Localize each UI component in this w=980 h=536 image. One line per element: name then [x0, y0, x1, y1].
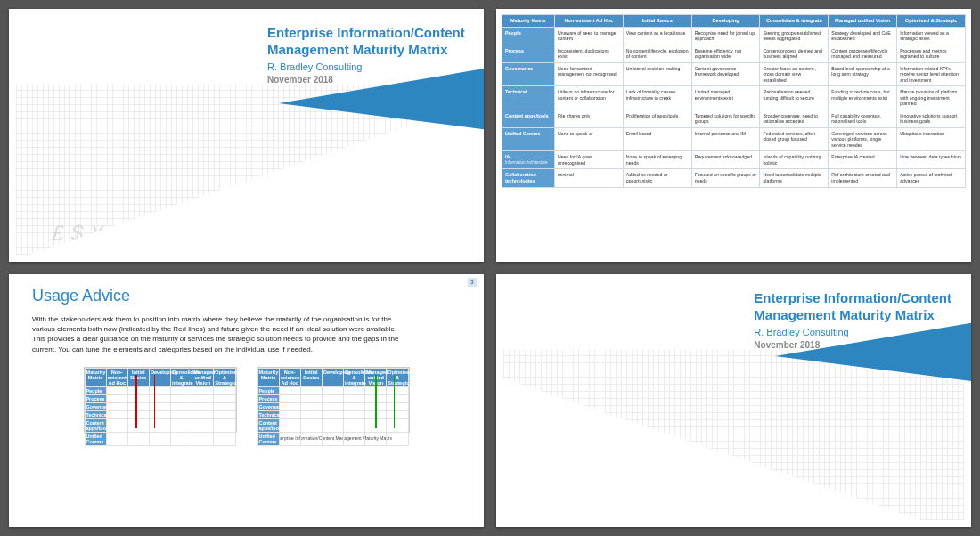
matrix-cell: Mature provision of platform with ongoin…	[897, 86, 966, 110]
matrix-col-header: Initial Basics	[623, 15, 691, 28]
table-row: TechnicalLittle or no infrastructure for…	[502, 86, 966, 110]
matrix-cell: Processes and metrics ingrained to cultu…	[897, 45, 966, 62]
hero-title: Enterprise Information/Content Managemen…	[267, 25, 465, 86]
hero-subtitle: R. Bradley Consulting	[754, 327, 951, 339]
hero-title-l2: Management Maturity Matrix	[754, 307, 935, 322]
matrix-cell: Internal presence and IM	[691, 127, 760, 151]
matrix-cell: Need to consolidate multiple platforms	[760, 169, 829, 188]
hero-date: November 2018	[754, 340, 951, 352]
maturity-matrix-table: Maturity MatrixNon-existent Ad HocInitia…	[502, 14, 966, 188]
table-row: IAInformation ArchitectureNeed for IA go…	[502, 151, 966, 169]
matrix-cell: Inconsistent, duplications exist	[555, 45, 624, 62]
matrix-cell: Proliferation of apps/tools	[623, 110, 691, 127]
matrix-col-header: Optimised & Strategic	[897, 15, 966, 28]
matrix-cell: Broader coverage, need to rationalise ac…	[760, 110, 829, 127]
matrix-col-header: Non-existent Ad Hoc	[555, 15, 624, 28]
matrix-cell: Recognise need for joined up approach	[691, 27, 760, 45]
matrix-cell: Need for IA goes unrecognised	[555, 151, 624, 169]
advice-title: Usage Advice	[32, 287, 461, 305]
matrix-cell: Focused on specific groups or needs	[691, 169, 760, 188]
table-row: PeopleUnaware of need to manage contentV…	[502, 27, 966, 45]
matrix-cell: Information viewed as a strategic asset	[897, 27, 966, 45]
matrix-cell: Requirement acknowledged	[691, 151, 760, 169]
matrix-cell: Federated services, often closed group f…	[760, 127, 829, 151]
hero-title-l1: Enterprise Information/Content	[754, 290, 951, 305]
matrix-cell: Line between data types blurs	[897, 151, 966, 169]
matrix-cell: Unilateral decision making	[623, 62, 691, 86]
matrix-cell: Little or no infrastructure for content …	[555, 86, 624, 110]
matrix-cell: Email based	[623, 127, 691, 151]
matrix-cell: Ubiquitous interaction	[897, 127, 966, 151]
slide-advice: 3 Usage Advice With the stakeholders ask…	[9, 274, 484, 527]
hero-title-l1: Enterprise Information/Content	[267, 25, 465, 40]
matrix-cell: Rationalisation needed, funding difficul…	[760, 86, 829, 110]
matrix-cell: Funding to reduce costs, but multiple en…	[829, 86, 897, 110]
matrix-cell: Content governance framework developed	[691, 62, 760, 86]
hero-title-l2: Management Maturity Matrix	[267, 42, 448, 57]
matrix-col-header: Managed unified Vision	[829, 15, 897, 28]
matrix-cell: Active pursuit of technical advances	[897, 169, 966, 188]
matrix-cell: No content lifecycle, explosion of conte…	[623, 45, 691, 62]
slide-matrix: Maturity MatrixNon-existent Ad HocInitia…	[496, 9, 971, 262]
matrix-col-header: Maturity Matrix	[502, 15, 555, 28]
matrix-cell: minimal	[555, 169, 624, 188]
table-row: Content apps/toolsFile shares onlyProlif…	[502, 110, 966, 127]
table-row: Collaboration technologiesminimalAdded a…	[502, 169, 966, 188]
mini-matrix-now: Maturity MatrixNon-existent Ad HocInitia…	[84, 367, 237, 441]
matrix-row-header: Technical	[502, 86, 555, 110]
table-row: ProcessInconsistent, duplications existN…	[502, 45, 966, 62]
matrix-row-header: Unified Comms	[502, 127, 555, 151]
matrix-cell: None to speak of emerging needs	[623, 151, 691, 169]
advice-body: With the stakeholders ask them to positi…	[32, 314, 406, 354]
table-row: Unified CommsNone to speak ofEmail based…	[502, 127, 966, 151]
matrix-row-header: IAInformation Architecture	[502, 151, 555, 169]
matrix-cell: File shares only	[555, 110, 624, 127]
matrix-cell: Baseline efficiency, not organisation wi…	[691, 45, 760, 62]
matrix-cell: Converged services across various platfo…	[829, 127, 897, 151]
matrix-cell: Limited managed environments exist	[691, 86, 760, 110]
table-row: GovernanceNeed for content management no…	[502, 62, 966, 86]
matrix-cell: Enterprise IA created	[829, 151, 897, 169]
matrix-row-header: Collaboration technologies	[502, 169, 555, 188]
hero-subtitle: R. Bradley Consulting	[267, 61, 465, 74]
matrix-col-header: Consolidate & integrate	[760, 15, 829, 28]
matrix-row-header: People	[502, 27, 555, 45]
matrix-row-header: Governance	[502, 62, 555, 86]
matrix-cell: Targeted solutions for specific groups	[691, 110, 760, 127]
matrix-cell: Board level sponsorship of a long term s…	[829, 62, 897, 86]
matrix-cell: Innovative solutions support business go…	[897, 110, 966, 127]
matrix-cell: Islands of capability, nothing holistic	[760, 151, 829, 169]
mini-matrix-future: Maturity MatrixNon-existent Ad HocInitia…	[257, 367, 410, 441]
slide-title-2: Enterprise Information/Content Managemen…	[496, 274, 971, 527]
matrix-cell: Content processes/lifecycle managed and …	[829, 45, 897, 62]
page-number: 3	[468, 278, 477, 287]
matrix-cell: Added as needed or opportunistic	[623, 169, 691, 188]
mini-matrix-row: Maturity MatrixNon-existent Ad HocInitia…	[32, 367, 461, 441]
matrix-col-header: Developing	[691, 15, 760, 28]
matrix-cell: Steering groups established, needs aggre…	[760, 27, 829, 45]
matrix-cell: Need for content management not recognis…	[555, 62, 624, 86]
matrix-row-header: Process	[502, 45, 555, 62]
matrix-cell: Unaware of need to manage content	[555, 27, 624, 45]
slide-title-1: Enterprise Information/Content Managemen…	[9, 9, 484, 262]
matrix-cell: Lack of formality causes infrastructure …	[623, 86, 691, 110]
hero-date: November 2018	[267, 75, 465, 86]
matrix-cell: Information related KPI's receive senior…	[897, 62, 966, 86]
hero-title: Enterprise Information/Content Managemen…	[754, 290, 951, 352]
matrix-cell: Content process defined and business ali…	[760, 45, 829, 62]
matrix-cell: Ref architecture created and implemented	[829, 169, 897, 188]
matrix-cell: Strategy developed and CoE established	[829, 27, 897, 45]
matrix-cell: View content as a local issue	[623, 27, 691, 45]
matrix-cell: None to speak of	[555, 127, 624, 151]
matrix-cell: Greater focus on content , cross domain …	[760, 62, 829, 86]
matrix-row-header: Content apps/tools	[502, 110, 555, 127]
matrix-cell: Full capability coverage, rationalised t…	[829, 110, 897, 127]
